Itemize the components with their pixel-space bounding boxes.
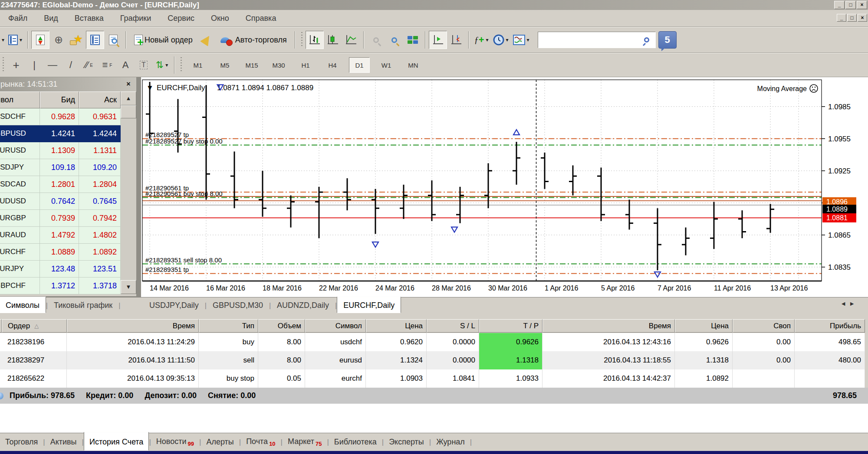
- market-watch-row[interactable]: EURAUD1.47921.4802: [0, 227, 121, 244]
- market-watch-scrollbar[interactable]: ▲ ▼: [121, 91, 136, 295]
- price-chart[interactable]: 1.09851.09551.09251.08951.08651.0835#218…: [141, 77, 868, 297]
- menu-item-2[interactable]: Вставка: [66, 11, 112, 26]
- column-header-time[interactable]: Время: [67, 319, 199, 333]
- bar-chart-button[interactable]: [306, 31, 324, 49]
- timeframe-H4[interactable]: H4: [322, 57, 343, 73]
- chart-tab-GBPUSD-M30[interactable]: GBPUSD,M30: [207, 298, 269, 313]
- column-header-volume[interactable]: Объем: [258, 319, 305, 333]
- timeframe-M15[interactable]: M15: [241, 57, 262, 73]
- scripts-button[interactable]: [197, 31, 216, 49]
- market-watch-close-icon[interactable]: ×: [123, 79, 134, 89]
- maximize-button[interactable]: □: [845, 1, 856, 9]
- scrollbar-thumb[interactable]: [121, 105, 136, 118]
- trendline-button[interactable]: /: [62, 56, 80, 74]
- profiles-button[interactable]: ▾: [6, 31, 24, 49]
- market-watch-row[interactable]: EURGBP0.79390.7942: [0, 210, 121, 227]
- periods-button[interactable]: ▾: [491, 31, 511, 49]
- auto-trading-button[interactable]: Авто-торговля: [216, 31, 292, 49]
- tab-scroll-right-icon[interactable]: ►: [849, 300, 855, 307]
- terminal-tab-6[interactable]: Маркет75: [283, 434, 327, 451]
- column-header-sl[interactable]: S / L: [427, 319, 479, 333]
- menu-item-4[interactable]: Сервис: [159, 11, 203, 26]
- timeframe-W1[interactable]: W1: [376, 57, 397, 73]
- menu-item-5[interactable]: Окно: [203, 11, 237, 26]
- market-watch-caption[interactable]: Обзор рынка: 14:51:31 ×: [0, 77, 136, 91]
- market-watch-row[interactable]: GBPCHF1.37121.3718: [0, 278, 121, 294]
- market-watch-row[interactable]: EURJPY123.48123.51: [0, 261, 121, 278]
- history-table-row[interactable]: 2182656222016.04.13 09:35:13buy stop0.05…: [0, 369, 865, 388]
- templates-button[interactable]: ▾: [511, 31, 532, 49]
- terminal-tab-1[interactable]: Активы: [45, 434, 82, 450]
- column-header-order[interactable]: Ордер△: [2, 319, 67, 333]
- scroll-down-icon[interactable]: ▼: [121, 280, 136, 294]
- channel-button[interactable]: ∕∕E: [80, 56, 98, 74]
- horizontal-line-button[interactable]: —: [43, 56, 62, 74]
- minimize-button[interactable]: _: [834, 1, 845, 9]
- mw-column-2[interactable]: Аск: [79, 91, 121, 108]
- tab-scroll-left-icon[interactable]: ◄: [840, 300, 846, 307]
- overflow-caret-icon[interactable]: ▾: [2, 37, 4, 43]
- menu-item-1[interactable]: Вид: [36, 11, 66, 26]
- line-chart-button[interactable]: [342, 31, 360, 49]
- terminal-tab-4[interactable]: Алерты: [201, 434, 239, 450]
- navigator-button[interactable]: [86, 31, 104, 49]
- text-tool-button[interactable]: A: [116, 56, 135, 74]
- indicators-button[interactable]: ƒ+ ▾: [472, 31, 491, 49]
- column-header-tp[interactable]: T / P: [479, 319, 542, 333]
- new-order-button[interactable]: + Новый ордер: [129, 31, 197, 49]
- close-button[interactable]: ×: [857, 1, 867, 9]
- text-label-button[interactable]: T: [135, 56, 153, 74]
- terminal-tab-8[interactable]: Эксперты: [384, 434, 429, 450]
- zoom-in-button[interactable]: [367, 31, 385, 49]
- terminal-tab-7[interactable]: Библиотека: [329, 434, 382, 450]
- data-window-button[interactable]: ⊕: [49, 31, 68, 49]
- market-watch-row[interactable]: USDCAD1.28011.2804: [0, 176, 121, 193]
- column-header-type[interactable]: Тип: [199, 319, 258, 333]
- mw-column-1[interactable]: Бид: [40, 91, 79, 108]
- child-minimize-button[interactable]: _: [837, 14, 846, 22]
- market-watch-button[interactable]: [31, 31, 49, 49]
- history-table-row[interactable]: 2182381962016.04.13 11:24:29buy8.00usdch…: [0, 333, 865, 351]
- terminal-tab-9[interactable]: Журнал: [431, 434, 470, 450]
- terminal-tab-0[interactable]: Торговля: [0, 434, 43, 450]
- favorites-button[interactable]: ★: [68, 31, 86, 49]
- chart-shift-button[interactable]: [447, 31, 465, 49]
- search-input[interactable]: [538, 36, 644, 44]
- chart-tab-AUDNZD-Daily[interactable]: AUDNZD,Daily: [271, 298, 335, 313]
- chart-tab-EURCHF-Daily[interactable]: EURCHF,Daily: [337, 297, 401, 313]
- column-header-price2[interactable]: Цена: [675, 319, 733, 333]
- terminal-tab-2[interactable]: История Счета: [84, 432, 149, 451]
- timeframe-H1[interactable]: H1: [295, 57, 316, 73]
- timeframe-M5[interactable]: M5: [214, 57, 235, 73]
- tile-windows-button[interactable]: [404, 31, 422, 49]
- column-header-swap[interactable]: Своп: [733, 319, 795, 333]
- column-header-price[interactable]: Цена: [366, 319, 427, 333]
- crosshair-tool-button[interactable]: +: [7, 56, 25, 74]
- market-watch-row[interactable]: USDJPY109.18109.20: [0, 159, 121, 176]
- timeframe-MN[interactable]: MN: [403, 57, 424, 73]
- mw-tab-0[interactable]: Символы: [0, 297, 46, 313]
- timeframe-D1[interactable]: D1: [349, 57, 370, 73]
- market-watch-row[interactable]: GBPUSD1.42411.4244: [0, 125, 121, 142]
- child-close-button[interactable]: ×: [858, 14, 867, 22]
- column-header-symbol[interactable]: Символ: [305, 319, 366, 333]
- menu-item-3[interactable]: Графики: [112, 11, 160, 26]
- market-watch-row[interactable]: EURCHF1.08891.0892: [0, 244, 121, 261]
- history-table-row[interactable]: 2182382972016.04.13 11:11:50sell8.00euru…: [0, 351, 865, 369]
- timeframe-M30[interactable]: M30: [268, 57, 289, 73]
- market-watch-row[interactable]: USDCHF0.96280.9631: [0, 108, 121, 125]
- zoom-out-button[interactable]: [385, 31, 404, 49]
- menu-item-6[interactable]: Справка: [237, 11, 285, 26]
- auto-scroll-button[interactable]: [429, 31, 447, 49]
- child-restore-button[interactable]: □: [847, 14, 857, 22]
- chart-tab-USDJPY-Daily[interactable]: USDJPY,Daily: [143, 298, 205, 313]
- column-header-time2[interactable]: Время: [542, 319, 675, 333]
- terminal-tab-5[interactable]: Почта10: [241, 434, 280, 451]
- terminal-button[interactable]: [104, 31, 122, 49]
- candlestick-button[interactable]: [324, 31, 342, 49]
- vertical-line-button[interactable]: |: [25, 56, 43, 74]
- mql5-community-button[interactable]: 5: [658, 31, 677, 49]
- arrows-tool-button[interactable]: ⇅ ▾: [153, 56, 171, 74]
- market-watch-row[interactable]: AUDUSD0.76420.7645: [0, 193, 121, 210]
- mw-tab-1[interactable]: Тиковый график: [48, 298, 118, 313]
